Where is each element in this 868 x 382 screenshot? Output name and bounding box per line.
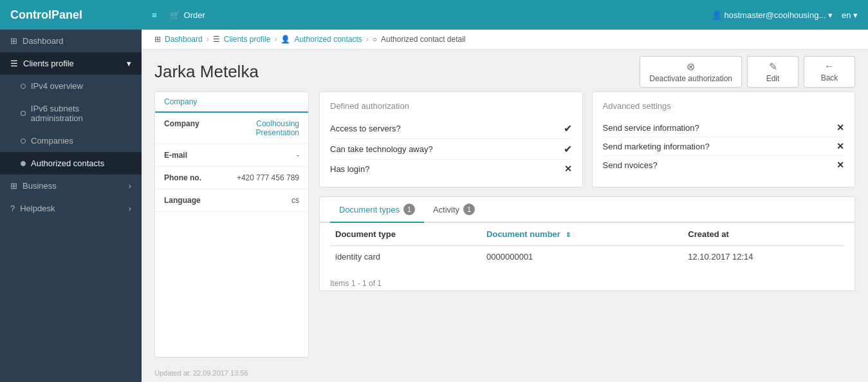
- auth-label-servers: Access to servers?: [330, 124, 401, 133]
- info-card-tab-company[interactable]: Company: [155, 92, 206, 113]
- business-icon: ⊞: [10, 181, 17, 191]
- field-value-language: cs: [210, 189, 308, 212]
- check-icon-technology: ✔: [564, 143, 572, 155]
- brand-logo: ControlPanel: [10, 8, 152, 22]
- field-label-email: E-mail: [155, 144, 210, 167]
- user-icon: 👤: [712, 10, 722, 20]
- cross-icon-login: ✕: [564, 164, 572, 174]
- field-label-phone: Phone no.: [155, 167, 210, 189]
- field-label-company: Company: [155, 113, 210, 144]
- deactivate-authorization-button[interactable]: ⊗ Deactivate authorization: [640, 56, 742, 88]
- menu-toggle[interactable]: ≡: [152, 10, 157, 20]
- dot-icon: [21, 84, 26, 89]
- edit-icon: ✎: [769, 61, 777, 73]
- col-doc-number[interactable]: Document number ⇕: [481, 223, 683, 246]
- user-email[interactable]: 👤 hostmaster@coolhousing... ▾: [712, 10, 833, 20]
- top-nav: ControlPanel ≡ 🛒 Order 👤 hostmaster@cool…: [0, 0, 868, 30]
- table-row: E-mail -: [155, 144, 308, 167]
- auth-row-technology: Can take technology away? ✔: [330, 139, 572, 160]
- tab-activity[interactable]: Activity 1: [424, 197, 484, 223]
- sidebar-item-business[interactable]: ⊞ Business ›: [0, 175, 142, 197]
- dashboard-breadcrumb-icon: ⊞: [154, 35, 161, 44]
- defined-auth-title: Defined authorization: [330, 101, 572, 111]
- sidebar-item-ipv6[interactable]: IPv6 subnets administration: [0, 97, 142, 129]
- breadcrumb-current: Authorized contact detail: [381, 35, 465, 44]
- cell-doc-number: 0000000001: [481, 246, 683, 268]
- sidebar-item-helpdesk[interactable]: ? Helpdesk ›: [0, 197, 142, 220]
- auth-row-login: Has login? ✕: [330, 160, 572, 178]
- documents-table: Document type Document number ⇕ Created …: [330, 223, 844, 267]
- table-row: Company Coolhousing Presentation: [155, 113, 308, 144]
- authorized-contacts-breadcrumb-icon: 👤: [281, 35, 290, 44]
- helpdesk-icon: ?: [10, 204, 15, 213]
- chevron-right-icon: ›: [129, 181, 131, 191]
- table-container: Document type Document number ⇕ Created …: [320, 223, 854, 275]
- breadcrumb-dashboard[interactable]: Dashboard: [165, 35, 203, 44]
- info-card: Company Company Coolhousing Presentation…: [154, 91, 309, 358]
- clients-profile-breadcrumb-icon: ☰: [213, 35, 220, 44]
- sidebar-item-authorized-contacts[interactable]: Authorized contacts: [0, 152, 142, 175]
- dashboard-icon: ⊞: [10, 36, 17, 46]
- adv-label-service: Send service information?: [603, 123, 699, 133]
- col-created-at: Created at: [683, 223, 844, 246]
- company-link[interactable]: Coolhousing Presentation: [256, 119, 299, 137]
- advanced-settings-title: Advanced settings: [603, 101, 845, 111]
- adv-label-invoices: Send nvoices?: [603, 160, 658, 170]
- lang-dropdown-icon: ▾: [853, 10, 858, 20]
- deactivate-icon: ⊗: [687, 61, 695, 73]
- sidebar-item-ipv4[interactable]: IPv4 overview: [0, 75, 142, 97]
- chevron-down-icon: ▾: [127, 59, 131, 68]
- adv-label-marketing: Send marketing information?: [603, 142, 710, 151]
- adv-row-marketing: Send marketing information? ✕: [603, 137, 845, 156]
- field-value-company: Coolhousing Presentation: [210, 113, 308, 144]
- tabs-panel: Document types 1 Activity 1 Docume: [319, 196, 855, 291]
- cell-doc-type: identity card: [330, 246, 481, 268]
- language-selector[interactable]: en ▾: [842, 10, 858, 20]
- breadcrumb: ⊞ Dashboard › ☰ Clients profile › 👤 Auth…: [142, 30, 868, 50]
- sidebar-item-dashboard[interactable]: ⊞ Dashboard: [0, 30, 142, 52]
- hamburger-icon: ≡: [152, 10, 157, 20]
- dot-icon: [21, 138, 26, 144]
- chevron-right-icon-2: ›: [129, 204, 131, 213]
- tab-document-types[interactable]: Document types 1: [330, 197, 424, 223]
- clients-profile-icon: ☰: [10, 59, 18, 68]
- sidebar-item-clients-profile[interactable]: ☰ Clients profile ▾: [0, 52, 142, 75]
- auth-label-login: Has login?: [330, 164, 369, 174]
- auth-label-technology: Can take technology away?: [330, 144, 433, 154]
- page-title: Jarka Metelka: [154, 62, 259, 82]
- cart-icon: 🛒: [170, 10, 180, 20]
- defined-auth-panel: Defined authorization Access to servers?…: [319, 91, 583, 187]
- back-button[interactable]: ← Back: [804, 56, 855, 88]
- updated-at: Updated at: 22.09.2017 13:56: [154, 369, 248, 377]
- field-value-phone: +420 777 456 789: [210, 167, 308, 189]
- tabs-bar: Document types 1 Activity 1: [320, 197, 854, 223]
- layout: ⊞ Dashboard ☰ Clients profile ▾ IPv4 ove…: [0, 30, 868, 382]
- back-icon: ←: [824, 61, 835, 72]
- advanced-settings-panel: Advanced settings Send service informati…: [592, 91, 856, 187]
- order-link[interactable]: 🛒 Order: [170, 10, 205, 20]
- breadcrumb-clients-profile[interactable]: Clients profile: [224, 35, 271, 44]
- field-value-email: -: [210, 144, 308, 167]
- dot-filled-icon: [21, 161, 26, 166]
- breadcrumb-authorized-contacts[interactable]: Authorized contacts: [294, 35, 362, 44]
- col-doc-type: Document type: [330, 223, 481, 246]
- sidebar: ⊞ Dashboard ☰ Clients profile ▾ IPv4 ove…: [0, 30, 142, 382]
- tab-badge-activity: 1: [463, 204, 475, 215]
- table-header-row: Document type Document number ⇕ Created …: [330, 223, 844, 246]
- auth-row-servers: Access to servers? ✔: [330, 119, 572, 139]
- cross-icon-service: ✕: [836, 122, 844, 133]
- adv-row-service: Send service information? ✕: [603, 119, 845, 137]
- field-label-language: Language: [155, 189, 210, 212]
- main-content: ⊞ Dashboard › ☰ Clients profile › 👤 Auth…: [142, 30, 868, 382]
- check-icon-servers: ✔: [564, 122, 572, 135]
- edit-button[interactable]: ✎ Edit: [747, 56, 799, 88]
- header-actions: ⊗ Deactivate authorization ✎ Edit ← Back: [640, 56, 855, 88]
- info-table: Company Coolhousing Presentation E-mail …: [155, 113, 308, 212]
- page-header: Jarka Metelka ⊗ Deactivate authorization…: [142, 50, 868, 91]
- sidebar-item-companies[interactable]: Companies: [0, 129, 142, 152]
- cross-icon-marketing: ✕: [836, 141, 844, 151]
- info-card-tabs: Company: [155, 92, 308, 113]
- content-area: Company Company Coolhousing Presentation…: [142, 91, 868, 364]
- cell-created-at: 12.10.2017 12:14: [683, 246, 844, 268]
- dot-icon: [21, 111, 26, 116]
